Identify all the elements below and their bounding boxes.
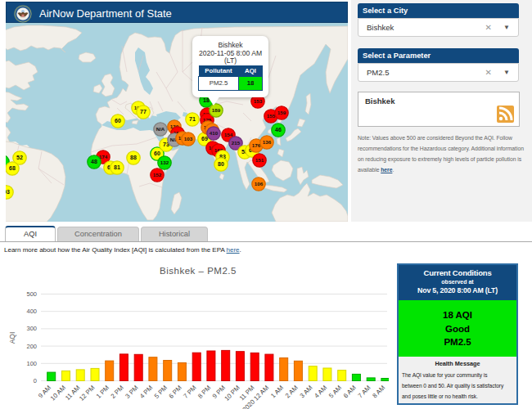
svg-text:215: 215	[232, 140, 241, 146]
svg-text:154: 154	[224, 132, 233, 137]
svg-text:N/A: N/A	[156, 126, 165, 132]
svg-text:1 PM: 1 PM	[95, 384, 110, 400]
svg-text:80: 80	[218, 161, 224, 167]
svg-text:3 PM: 3 PM	[124, 384, 139, 400]
svg-text:2 AM: 2 AM	[284, 384, 300, 400]
svg-text:77: 77	[140, 109, 147, 115]
svg-text:10 PM: 10 PM	[223, 384, 241, 402]
svg-text:8 PM: 8 PM	[196, 384, 212, 400]
svg-text:2 PM: 2 PM	[110, 384, 125, 400]
svg-text:69: 69	[201, 136, 208, 142]
svg-text:52: 52	[16, 155, 23, 160]
svg-text:155: 155	[267, 113, 276, 119]
svg-text:4 PM: 4 PM	[138, 384, 154, 400]
svg-text:6 PM: 6 PM	[168, 384, 183, 400]
svg-text:Bishkek – PM2.5: Bishkek – PM2.5	[160, 266, 237, 276]
svg-text:189: 189	[212, 107, 221, 113]
svg-text:300: 300	[26, 325, 37, 332]
svg-text:93: 93	[6, 189, 10, 195]
svg-text:71: 71	[189, 116, 196, 122]
svg-text:6 AM: 6 AM	[342, 384, 358, 400]
svg-text:0: 0	[34, 377, 37, 384]
svg-text:151: 151	[255, 157, 264, 163]
svg-text:3 AM: 3 AM	[299, 384, 314, 400]
svg-text:153: 153	[254, 98, 263, 104]
svg-text:48: 48	[91, 159, 97, 164]
svg-text:68: 68	[9, 165, 16, 171]
svg-text:1 AM: 1 AM	[269, 384, 285, 400]
svg-text:4 AM: 4 AM	[313, 384, 328, 400]
svg-text:8 AM: 8 AM	[371, 384, 386, 400]
svg-text:60: 60	[115, 118, 121, 124]
svg-text:176: 176	[252, 142, 261, 148]
svg-text:88: 88	[130, 155, 137, 160]
svg-text:100: 100	[26, 360, 37, 367]
svg-text:46: 46	[275, 127, 282, 133]
svg-text:136: 136	[263, 139, 272, 145]
svg-text:103: 103	[184, 136, 193, 142]
svg-text:200: 200	[26, 343, 37, 350]
svg-text:132: 132	[160, 160, 169, 165]
svg-text:81: 81	[114, 164, 120, 170]
svg-text:400: 400	[26, 308, 37, 315]
svg-text:7 PM: 7 PM	[182, 384, 197, 400]
svg-text:7 AM: 7 AM	[357, 384, 372, 400]
svg-text:10 AM: 10 AM	[49, 384, 67, 402]
svg-text:106: 106	[255, 181, 264, 187]
svg-text:500: 500	[26, 290, 37, 298]
svg-text:159: 159	[277, 110, 286, 115]
svg-text:5 AM: 5 AM	[327, 384, 343, 400]
svg-text:60: 60	[154, 151, 160, 156]
svg-text:12 PM: 12 PM	[78, 384, 96, 402]
svg-text:AQI: AQI	[8, 332, 16, 344]
svg-text:410: 410	[210, 130, 219, 136]
svg-text:5 PM: 5 PM	[153, 384, 169, 400]
svg-text:152: 152	[153, 172, 162, 178]
